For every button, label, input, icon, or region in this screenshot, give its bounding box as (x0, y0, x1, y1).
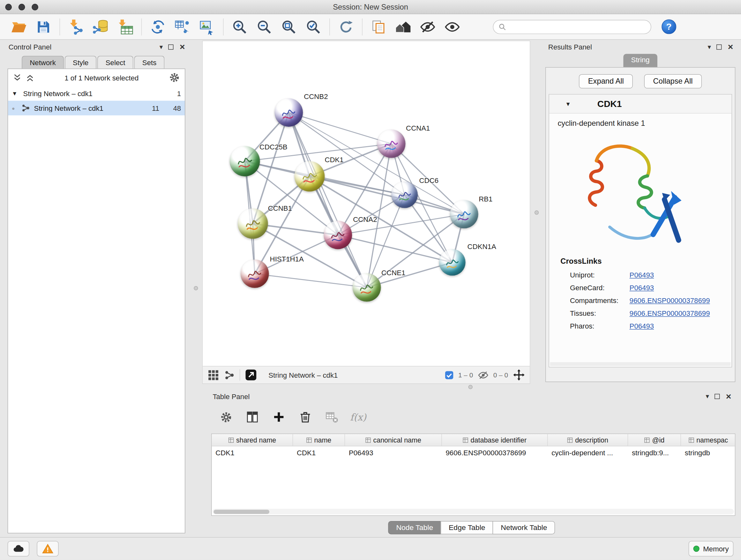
results-scrollbar[interactable] (550, 362, 731, 366)
network-node-cdkn1a[interactable] (439, 249, 466, 275)
collapse-panel-icon[interactable]: ▾ (708, 44, 711, 50)
crosslink-link-uniprot[interactable]: P06493 (630, 271, 654, 279)
new-network-button[interactable] (145, 16, 170, 38)
home-button[interactable] (391, 16, 415, 38)
zoom-selected-button[interactable] (301, 16, 326, 38)
delete-column-button[interactable] (296, 408, 315, 427)
table-cell[interactable]: 9606.ENSP00000378699 (442, 449, 548, 456)
tab-select[interactable]: Select (98, 56, 133, 69)
add-column-button[interactable] (269, 408, 288, 427)
expand-all-button[interactable]: Expand All (579, 74, 633, 88)
network-node-ccne1[interactable] (353, 273, 381, 302)
network-node-cdc6[interactable] (391, 182, 418, 208)
collapse-all-button[interactable]: Collapse All (644, 74, 701, 88)
selected-checkbox-icon[interactable] (445, 370, 454, 379)
network-node-cdc25b[interactable] (230, 146, 260, 177)
column-header-description[interactable]: description (548, 434, 628, 446)
network-node-cdk1[interactable] (294, 161, 325, 192)
protein-entry-header[interactable]: ▼ CDK1 (549, 95, 732, 113)
open-session-button[interactable] (7, 16, 31, 38)
network-node-ccna2[interactable] (324, 221, 352, 249)
gear-icon[interactable] (169, 72, 180, 83)
expand-all-chevrons-icon[interactable] (13, 73, 22, 82)
vertical-splitter-handle[interactable] (535, 210, 539, 214)
horizontal-splitter-handle[interactable] (468, 385, 473, 389)
vertical-splitter-handle[interactable] (194, 286, 198, 290)
table-cell[interactable]: CDK1 (293, 449, 345, 456)
tree-expand-icon[interactable]: ▼ (12, 90, 19, 97)
float-panel-icon[interactable] (717, 44, 722, 49)
apply-layout-button[interactable] (334, 16, 358, 38)
open-in-new-icon[interactable] (245, 369, 257, 381)
network-node-hist1h1a[interactable] (241, 260, 269, 288)
column-header-database-identifier[interactable]: database identifier (442, 434, 548, 446)
delete-table-button[interactable] (322, 408, 341, 427)
network-node-ccna1[interactable] (377, 130, 406, 158)
table-cell[interactable]: stringdb:9... (628, 449, 681, 456)
tab-string[interactable]: String (623, 54, 657, 67)
scrollbar-thumb[interactable] (213, 509, 269, 514)
birdseye-grid-icon[interactable] (207, 369, 219, 381)
crosslink-link-tissues[interactable]: 9606.ENSP00000378699 (630, 309, 710, 317)
column-header-shared-name[interactable]: shared name (212, 434, 293, 446)
table-cell[interactable]: stringdb (681, 449, 735, 456)
tab-network-table[interactable]: Network Table (493, 521, 555, 534)
tab-edge-table[interactable]: Edge Table (441, 521, 493, 534)
import-network-file-button[interactable] (64, 16, 88, 38)
save-session-button[interactable] (31, 16, 56, 38)
images-on-button[interactable] (440, 16, 465, 38)
network-row[interactable]: ● String Network – cdk1 11 48 (8, 101, 185, 115)
table-cell[interactable]: CDK1 (212, 449, 293, 456)
float-panel-icon[interactable] (169, 44, 174, 49)
tab-network[interactable]: Network (22, 56, 64, 69)
warnings-button[interactable] (37, 541, 59, 557)
show-columns-button[interactable] (243, 408, 262, 427)
collapse-panel-icon[interactable]: ▾ (706, 393, 709, 400)
pan-move-icon[interactable] (513, 369, 525, 381)
column-header-canonical-name[interactable]: canonical name (345, 434, 442, 446)
crosslink-link-pharos[interactable]: P06493 (630, 322, 654, 330)
table-cell[interactable]: cyclin-dependent ... (548, 449, 628, 456)
zoom-in-button[interactable] (227, 16, 252, 38)
export-network-image-button[interactable] (195, 16, 219, 38)
network-from-table-button[interactable] (170, 16, 195, 38)
close-panel-icon[interactable]: ✕ (726, 393, 732, 400)
close-panel-icon[interactable]: ✕ (728, 44, 734, 51)
tab-sets[interactable]: Sets (134, 56, 165, 69)
table-cell[interactable]: P06493 (345, 449, 442, 456)
tab-style[interactable]: Style (65, 56, 97, 69)
search-input[interactable] (509, 23, 646, 30)
column-header-name[interactable]: name (293, 434, 345, 446)
network-canvas[interactable]: CCNB2CCNA1CDC25BCDK1CDC6RB1CCNB1CCNA2CDK… (203, 41, 530, 367)
images-off-button[interactable] (415, 16, 440, 38)
duplicate-document-button[interactable] (366, 16, 391, 38)
close-panel-icon[interactable]: ✕ (179, 44, 185, 51)
memory-button[interactable]: Memory (688, 541, 733, 557)
network-collection-row[interactable]: ▼ String Network – cdk1 1 (8, 86, 185, 101)
network-node-ccnb1[interactable] (238, 208, 268, 239)
table-settings-button[interactable] (216, 408, 235, 427)
table-panel: Table Panel ▾ ✕ (208, 390, 736, 537)
network-node-rb1[interactable] (450, 200, 478, 228)
function-builder-button[interactable]: f(x) (349, 408, 367, 427)
crosslink-link-compartments[interactable]: 9606.ENSP00000378699 (630, 297, 710, 305)
hidden-eye-off-icon[interactable] (478, 369, 488, 380)
collapse-all-chevrons-icon[interactable] (25, 73, 35, 82)
collapse-entry-icon[interactable]: ▼ (565, 101, 573, 107)
share-network-icon[interactable] (224, 369, 235, 380)
help-button[interactable]: ? (662, 19, 676, 34)
tab-node-table[interactable]: Node Table (388, 521, 441, 534)
cloud-button[interactable] (8, 541, 29, 557)
column-header-namespac[interactable]: namespac (681, 434, 735, 446)
collapse-panel-icon[interactable]: ▾ (159, 44, 163, 50)
import-network-database-button[interactable] (88, 16, 113, 38)
zoom-out-button[interactable] (252, 16, 276, 38)
network-node-ccnb2[interactable] (274, 98, 303, 127)
crosslink-link-genecard[interactable]: P06493 (630, 284, 654, 292)
column-header-id[interactable]: @id (628, 434, 681, 446)
float-panel-icon[interactable] (715, 394, 720, 399)
control-panel-title: Control Panel (9, 43, 52, 51)
zoom-fit-button[interactable] (276, 16, 301, 38)
import-table-file-button[interactable] (113, 16, 138, 38)
table-header-row: shared namenamecanonical namedatabase id… (212, 434, 735, 446)
